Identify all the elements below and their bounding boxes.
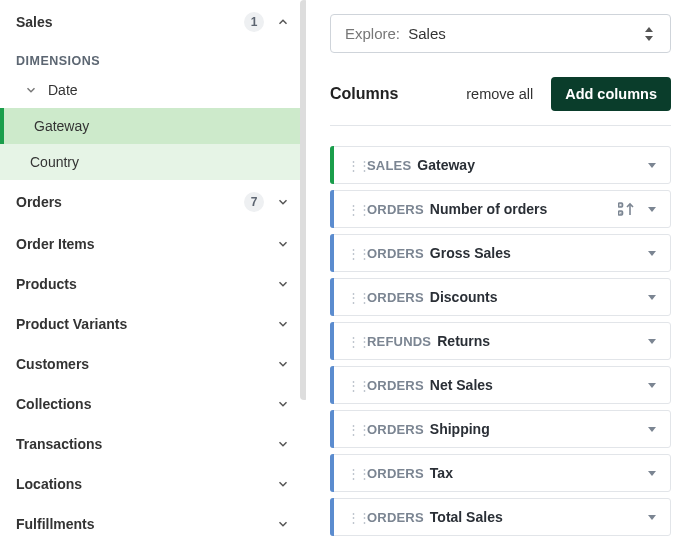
columns-list: SALESGatewayORDERSNumber of orders09ORDE…: [330, 146, 671, 536]
sidebar-section-products[interactable]: Products: [0, 264, 306, 304]
dimensions-heading: DIMENSIONS: [0, 44, 306, 72]
sidebar-section-label: Product Variants: [16, 316, 127, 332]
caret-down-icon[interactable]: [646, 247, 658, 259]
dimension-item-gateway[interactable]: Gateway: [0, 108, 306, 144]
caret-down-icon[interactable]: [646, 335, 658, 347]
caret-down-icon[interactable]: [646, 159, 658, 171]
drag-handle-icon[interactable]: [347, 245, 357, 261]
scrollbar[interactable]: [300, 0, 306, 400]
column-actions: [646, 423, 658, 435]
sidebar-section-label: Transactions: [16, 436, 102, 452]
sort-asc-icon[interactable]: 09: [618, 202, 636, 216]
column-name: Number of orders: [430, 201, 618, 217]
svg-marker-1: [645, 36, 653, 41]
select-caret-icon: [642, 27, 656, 41]
sidebar-section-fulfillments[interactable]: Fulfillments: [0, 504, 306, 544]
drag-handle-icon[interactable]: [347, 157, 357, 173]
explore-select[interactable]: Explore: Sales: [330, 14, 671, 53]
drag-handle-icon[interactable]: [347, 289, 357, 305]
sidebar-section-sales[interactable]: Sales 1: [0, 0, 306, 44]
column-name: Shipping: [430, 421, 646, 437]
sidebar: Sales 1 DIMENSIONS Date Gateway Country …: [0, 0, 306, 544]
add-columns-button[interactable]: Add columns: [551, 77, 671, 111]
column-category: ORDERS: [367, 466, 424, 481]
sidebar-section-label: Orders: [16, 194, 62, 210]
columns-title: Columns: [330, 85, 398, 103]
sidebar-section-label: Sales: [16, 14, 53, 30]
dimension-item-country[interactable]: Country: [0, 144, 306, 180]
drag-handle-icon[interactable]: [347, 509, 357, 525]
column-row[interactable]: ORDERSDiscounts: [330, 278, 671, 316]
drag-handle-icon[interactable]: [347, 333, 357, 349]
column-actions: [646, 291, 658, 303]
drag-handle-icon[interactable]: [347, 201, 357, 217]
sidebar-section-collections[interactable]: Collections: [0, 384, 306, 424]
column-row[interactable]: ORDERSGross Sales: [330, 234, 671, 272]
column-row[interactable]: ORDERSShipping: [330, 410, 671, 448]
dimension-label: Date: [48, 82, 78, 98]
column-color-bar: [330, 234, 334, 272]
chevron-down-icon: [276, 195, 290, 209]
sidebar-section-order-items[interactable]: Order Items: [0, 224, 306, 264]
svg-marker-0: [645, 27, 653, 32]
column-color-bar: [330, 278, 334, 316]
caret-down-icon[interactable]: [646, 291, 658, 303]
column-row[interactable]: REFUNDSReturns: [330, 322, 671, 360]
svg-marker-11: [648, 339, 656, 344]
sidebar-section-transactions[interactable]: Transactions: [0, 424, 306, 464]
remove-all-button[interactable]: remove all: [466, 86, 533, 102]
svg-marker-15: [648, 515, 656, 520]
sidebar-section-label: Customers: [16, 356, 89, 372]
column-category: ORDERS: [367, 510, 424, 525]
svg-marker-9: [648, 251, 656, 256]
explore-prefix: Explore:: [345, 25, 400, 42]
caret-down-icon[interactable]: [646, 511, 658, 523]
caret-down-icon[interactable]: [646, 203, 658, 215]
drag-handle-icon[interactable]: [347, 377, 357, 393]
sidebar-section-label: Locations: [16, 476, 82, 492]
sidebar-section-locations[interactable]: Locations: [0, 464, 306, 504]
column-color-bar: [330, 366, 334, 404]
dimension-label: Gateway: [34, 118, 89, 134]
sidebar-section-label: Collections: [16, 396, 91, 412]
column-row[interactable]: ORDERSTotal Sales: [330, 498, 671, 536]
column-row[interactable]: ORDERSNet Sales: [330, 366, 671, 404]
caret-down-icon[interactable]: [646, 379, 658, 391]
dimension-item-date[interactable]: Date: [0, 72, 306, 108]
column-row[interactable]: SALESGateway: [330, 146, 671, 184]
svg-marker-2: [648, 163, 656, 168]
drag-handle-icon[interactable]: [347, 421, 357, 437]
dimension-label: Country: [30, 154, 79, 170]
column-name: Returns: [437, 333, 646, 349]
chevron-down-icon: [276, 397, 290, 411]
column-row[interactable]: ORDERSNumber of orders09: [330, 190, 671, 228]
caret-down-icon[interactable]: [646, 423, 658, 435]
column-actions: [646, 379, 658, 391]
sidebar-section-customers[interactable]: Customers: [0, 344, 306, 384]
column-name: Total Sales: [430, 509, 646, 525]
column-row[interactable]: ORDERSTax: [330, 454, 671, 492]
svg-marker-8: [648, 207, 656, 212]
svg-marker-10: [648, 295, 656, 300]
column-category: ORDERS: [367, 378, 424, 393]
drag-handle-icon[interactable]: [347, 465, 357, 481]
column-actions: 09: [618, 202, 658, 216]
chevron-down-icon: [276, 437, 290, 451]
sidebar-section-product-variants[interactable]: Product Variants: [0, 304, 306, 344]
column-category: ORDERS: [367, 290, 424, 305]
explore-value: Sales: [408, 25, 446, 42]
caret-down-icon[interactable]: [646, 467, 658, 479]
chevron-down-icon: [276, 277, 290, 291]
chevron-up-icon: [276, 15, 290, 29]
divider: [330, 125, 671, 126]
sidebar-section-label: Order Items: [16, 236, 95, 252]
column-name: Net Sales: [430, 377, 646, 393]
column-color-bar: [330, 322, 334, 360]
column-actions: [646, 511, 658, 523]
column-name: Tax: [430, 465, 646, 481]
column-color-bar: [330, 146, 334, 184]
svg-marker-12: [648, 383, 656, 388]
sidebar-section-orders[interactable]: Orders 7: [0, 180, 306, 224]
column-color-bar: [330, 410, 334, 448]
chevron-down-icon: [276, 357, 290, 371]
